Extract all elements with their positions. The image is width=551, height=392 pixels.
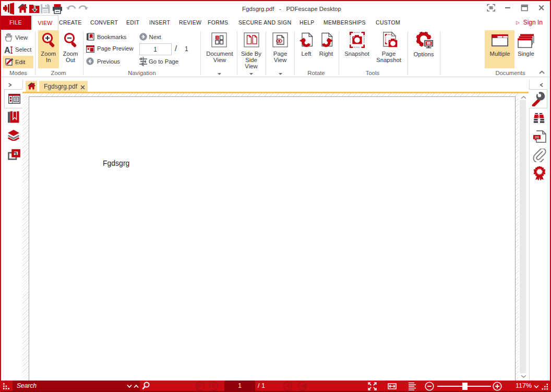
svg-text:A: A [4,46,10,54]
